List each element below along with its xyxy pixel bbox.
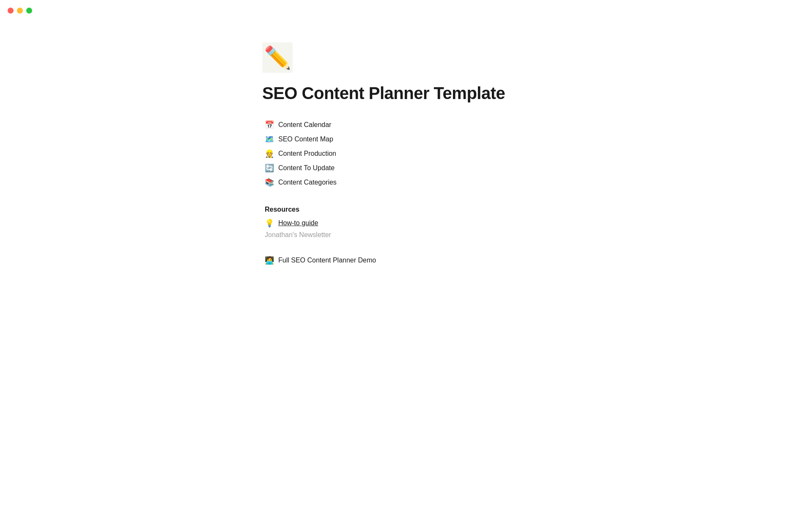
content-categories-label: Content Categories	[278, 179, 337, 186]
page-icon: ✏️	[262, 42, 293, 73]
seo-content-map-link[interactable]: 🗺️ SEO Content Map	[262, 133, 550, 146]
content-categories-link[interactable]: 📚 Content Categories	[262, 176, 550, 189]
page-icon-wrapper: ✏️	[262, 42, 550, 73]
nav-list: 📅 Content Calendar 🗺️ SEO Content Map 👷 …	[262, 119, 550, 189]
newsletter-text: Jonathan's Newsletter	[262, 229, 550, 240]
list-item: 🔄 Content To Update	[262, 162, 550, 174]
seo-content-map-label: SEO Content Map	[278, 135, 333, 143]
demo-label: Full SEO Content Planner Demo	[278, 257, 376, 264]
how-to-guide-label: How-to guide	[278, 219, 318, 227]
map-icon: 🗺️	[265, 135, 274, 144]
close-button[interactable]	[8, 8, 14, 14]
maximize-button[interactable]	[26, 8, 32, 14]
demo-section: 🧑‍💻 Full SEO Content Planner Demo	[262, 254, 550, 267]
resources-section: Resources 💡 How-to guide Jonathan's News…	[262, 206, 550, 240]
update-icon: 🔄	[265, 163, 274, 173]
list-item: 🗺️ SEO Content Map	[262, 133, 550, 146]
content-calendar-link[interactable]: 📅 Content Calendar	[262, 119, 550, 131]
content-calendar-label: Content Calendar	[278, 121, 331, 129]
content-production-label: Content Production	[278, 150, 336, 157]
demo-link[interactable]: 🧑‍💻 Full SEO Content Planner Demo	[262, 254, 550, 267]
list-item: 📚 Content Categories	[262, 176, 550, 189]
content-production-link[interactable]: 👷 Content Production	[262, 147, 550, 160]
list-item: 👷 Content Production	[262, 147, 550, 160]
calendar-icon: 📅	[265, 120, 274, 130]
page-container: ✏️ SEO Content Planner Template 📅 Conten…	[254, 42, 558, 267]
content-to-update-label: Content To Update	[278, 164, 335, 172]
resources-heading: Resources	[262, 206, 550, 213]
minimize-button[interactable]	[17, 8, 23, 14]
content-to-update-link[interactable]: 🔄 Content To Update	[262, 162, 550, 174]
page-title: SEO Content Planner Template	[262, 83, 550, 103]
how-to-guide-link[interactable]: 💡 How-to guide	[262, 217, 550, 229]
worker-icon: 👷	[265, 149, 274, 158]
lightbulb-icon: 💡	[265, 218, 274, 228]
main-content: ✏️ SEO Content Planner Template 📅 Conten…	[0, 0, 812, 267]
demo-icon: 🧑‍💻	[265, 256, 274, 265]
books-icon: 📚	[265, 178, 274, 187]
traffic-lights	[8, 8, 32, 14]
list-item: 📅 Content Calendar	[262, 119, 550, 131]
